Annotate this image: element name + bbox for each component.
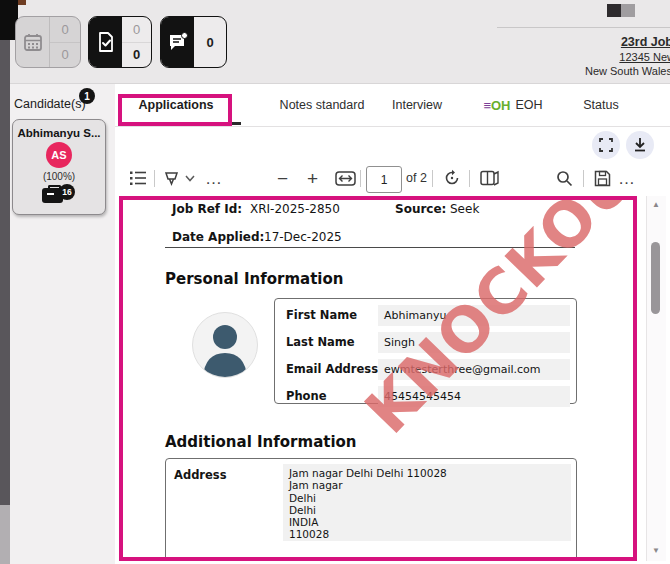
source-label: Source: xyxy=(395,202,446,216)
date-applied-label: Date Applied: xyxy=(172,230,264,244)
search-icon xyxy=(556,170,573,187)
tabbar-divider xyxy=(115,126,670,127)
highlighter-menu-button[interactable] xyxy=(185,163,195,193)
candidate-days-badge: 16 xyxy=(59,184,75,200)
tab-applications[interactable]: Applications xyxy=(121,84,231,126)
tab-eoh[interactable]: ≡OH EOH xyxy=(463,84,563,126)
scroll-down-icon[interactable]: ▼ xyxy=(649,546,663,555)
active-tab-underline xyxy=(231,122,241,125)
task-counter-button[interactable]: 0 0 xyxy=(88,16,152,68)
eoh-logo-icon: ≡OH xyxy=(483,98,510,113)
page-view-icon xyxy=(480,170,500,186)
job-number-link[interactable]: 12345 New xyxy=(619,51,670,63)
save-button[interactable] xyxy=(594,163,611,193)
header-divider xyxy=(497,27,670,28)
source-value: Seek xyxy=(450,202,479,216)
candidate-card[interactable]: Abhimanyu S... AS (100%) 16 xyxy=(12,119,106,215)
chevron-down-icon xyxy=(185,175,195,182)
page-number-input[interactable] xyxy=(366,166,402,193)
calendar-icon xyxy=(16,17,50,67)
toolbar-divider xyxy=(583,170,584,187)
additional-info-heading: Additional Information xyxy=(165,433,357,451)
message-icon xyxy=(161,17,194,67)
date-applied-value: 17-Dec-2025 xyxy=(264,230,342,244)
calendar-counter-button[interactable]: 0 0 xyxy=(15,16,81,68)
save-icon xyxy=(594,170,611,187)
job-ref-value: XRI-2025-2850 xyxy=(250,202,340,216)
download-button[interactable] xyxy=(626,131,654,159)
highlighter-icon xyxy=(163,170,180,187)
outline-icon xyxy=(129,170,147,186)
page-total-label: of 2 xyxy=(406,171,427,185)
calendar-count-top: 0 xyxy=(50,17,80,42)
fullscreen-button[interactable] xyxy=(592,131,620,159)
pdf-document[interactable]: Job Ref Id: XRI-2025-2850 Source: Seek D… xyxy=(123,200,633,557)
tab-status[interactable]: Status xyxy=(566,84,636,126)
highlighter-button[interactable] xyxy=(163,163,180,193)
task-count-top: 0 xyxy=(122,17,151,42)
field-label: First Name xyxy=(286,308,357,322)
window-edge-strip-bottom xyxy=(0,505,10,564)
viewer-more-button[interactable]: … xyxy=(618,163,635,193)
tab-interview[interactable]: Interview xyxy=(367,84,467,126)
additional-info-form: Address Jam nagar Delhi Delhi 110028 Jam… xyxy=(165,458,577,557)
field-value: Singh xyxy=(378,332,570,353)
job-ref-label: Job Ref Id: xyxy=(172,202,242,216)
job-location-text: New South Wales xyxy=(585,65,670,77)
candidates-count-badge: 1 xyxy=(79,88,95,104)
candidates-heading: Candidate(s) xyxy=(14,97,86,111)
candidate-name: Abhimanyu S... xyxy=(17,127,100,139)
message-counter-button[interactable]: 0 xyxy=(160,16,227,68)
fit-width-button[interactable] xyxy=(335,163,356,193)
download-icon xyxy=(633,137,647,153)
candidate-avatar: AS xyxy=(46,142,72,168)
rotate-button[interactable] xyxy=(443,163,461,193)
message-count: 0 xyxy=(194,17,226,67)
toolbar-divider xyxy=(360,170,361,187)
minus-mark xyxy=(47,193,54,195)
zoom-in-button[interactable]: + xyxy=(307,163,318,193)
search-button[interactable] xyxy=(556,163,573,193)
logo-square-dark xyxy=(607,4,621,17)
scrollbar-thumb[interactable] xyxy=(651,242,660,314)
window-corner-accent xyxy=(18,0,26,5)
calendar-count-bottom: 0 xyxy=(50,42,80,68)
field-value: 45454545454 xyxy=(378,386,570,407)
toolbar-divider xyxy=(154,170,155,187)
app-window: 0 0 0 0 0 23rd Job 12345 New New South W… xyxy=(0,0,670,564)
section-divider xyxy=(165,247,575,248)
person-silhouette-icon xyxy=(193,313,257,377)
address-value: Jam nagar Delhi Delhi 110028 Jam nagar D… xyxy=(283,464,571,541)
document-check-icon xyxy=(89,17,122,67)
expand-icon xyxy=(599,138,613,152)
fit-width-icon xyxy=(335,171,356,186)
job-title-link[interactable]: 23rd Job xyxy=(621,35,670,49)
page-view-button[interactable] xyxy=(480,163,500,193)
tab-notes-standard[interactable]: Notes standard xyxy=(262,84,382,126)
address-label: Address xyxy=(174,468,227,482)
window-edge-strip xyxy=(0,0,10,505)
personal-info-heading: Personal Information xyxy=(165,270,344,288)
scroll-up-icon[interactable]: ▲ xyxy=(649,200,663,209)
personal-info-form: First Name Abhimanyu Last Name Singh Ema… xyxy=(274,298,577,404)
zoom-out-button[interactable]: − xyxy=(277,163,288,193)
task-count-bottom: 0 xyxy=(122,42,151,68)
briefcase-icon: 16 xyxy=(40,184,78,204)
rotate-icon xyxy=(443,169,461,187)
candidate-match-percent: (100%) xyxy=(43,171,75,182)
outline-panel-button[interactable] xyxy=(129,163,147,193)
candidate-photo-placeholder xyxy=(192,312,258,378)
field-label: Phone xyxy=(286,389,327,403)
toolbar-divider xyxy=(469,170,470,187)
field-value: ewmtesterthree@gmail.com xyxy=(378,359,570,380)
field-label: Last Name xyxy=(286,335,355,349)
logo-square-gray xyxy=(621,4,635,17)
toolbar-divider xyxy=(432,170,433,187)
field-value: Abhimanyu xyxy=(378,305,570,326)
field-label: Email Address xyxy=(286,362,378,376)
annotation-more-button[interactable]: … xyxy=(205,163,222,193)
